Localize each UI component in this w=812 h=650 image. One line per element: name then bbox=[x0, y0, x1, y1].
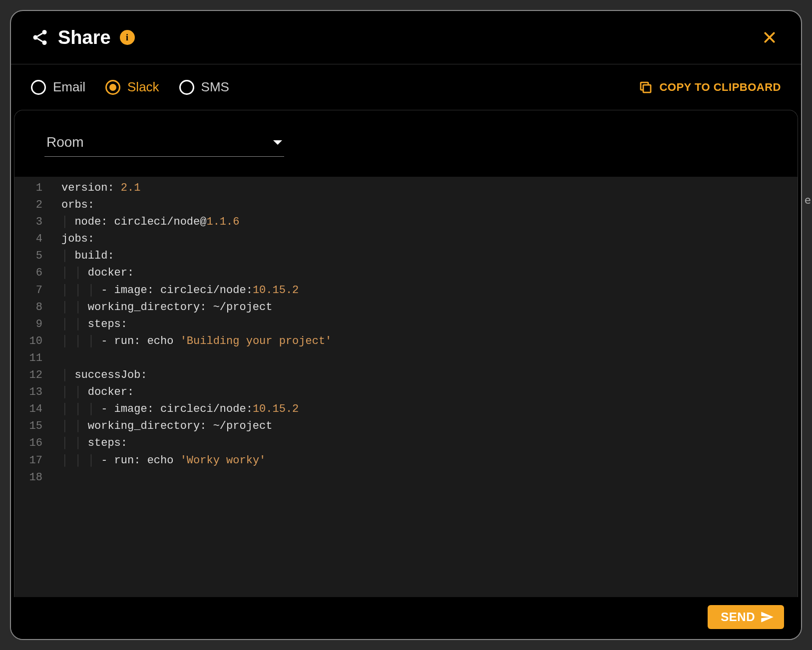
line-number: 1 bbox=[24, 180, 42, 197]
code-line: │ │ │ - image: circleci/node:10.15.2 bbox=[61, 282, 798, 299]
radio-icon bbox=[31, 80, 46, 95]
code-line: │ │ working_directory: ~/project bbox=[61, 299, 798, 316]
code-line: jobs: bbox=[61, 231, 798, 248]
svg-point-0 bbox=[42, 30, 47, 34]
code-line: version: 2.1 bbox=[61, 180, 798, 197]
code-line: │ │ │ - image: circleci/node:10.15.2 bbox=[61, 401, 798, 418]
line-number: 10 bbox=[24, 333, 42, 350]
share-method-row: EmailSlackSMS COPY TO CLIPBOARD bbox=[11, 64, 801, 110]
title-group: Share i bbox=[31, 27, 135, 48]
code-line: │ │ │ - run: echo 'Building your project… bbox=[61, 333, 798, 350]
line-number: 11 bbox=[24, 350, 42, 367]
content-panel: Room 123456789101112131415161718 version… bbox=[14, 110, 798, 597]
line-number-gutter: 123456789101112131415161718 bbox=[14, 177, 49, 597]
svg-rect-3 bbox=[643, 85, 651, 92]
line-number: 9 bbox=[24, 316, 42, 333]
line-number: 14 bbox=[24, 401, 42, 418]
line-number: 15 bbox=[24, 418, 42, 435]
code-line: │ node: circleci/node@1.1.6 bbox=[61, 214, 798, 231]
line-number: 3 bbox=[24, 214, 42, 231]
line-number: 6 bbox=[24, 265, 42, 282]
radio-slack[interactable]: Slack bbox=[105, 79, 159, 95]
code-line: │ successJob: bbox=[61, 367, 798, 384]
send-button[interactable]: SEND bbox=[708, 605, 784, 629]
code-line: │ │ │ - run: echo 'Worky worky' bbox=[61, 452, 798, 469]
room-select-wrapper: Room bbox=[14, 110, 798, 162]
dialog-title: Share bbox=[58, 27, 111, 48]
send-icon bbox=[760, 610, 774, 624]
code-line: │ │ working_directory: ~/project bbox=[61, 418, 798, 435]
line-number: 18 bbox=[24, 469, 42, 486]
code-area[interactable]: version: 2.1orbs:│ node: circleci/node@1… bbox=[49, 177, 798, 597]
line-number: 13 bbox=[24, 384, 42, 401]
svg-point-1 bbox=[33, 35, 38, 40]
radio-sms[interactable]: SMS bbox=[179, 79, 229, 95]
code-line bbox=[61, 469, 798, 486]
radio-label: SMS bbox=[201, 79, 229, 95]
close-icon bbox=[762, 30, 777, 45]
copy-to-clipboard-button[interactable]: COPY TO CLIPBOARD bbox=[638, 80, 781, 95]
share-dialog: Share i EmailSlackSMS COPY TO CLIPBOARD bbox=[10, 10, 802, 640]
line-number: 2 bbox=[24, 197, 42, 214]
code-line: orbs: bbox=[61, 197, 798, 214]
share-method-radios: EmailSlackSMS bbox=[31, 79, 229, 95]
radio-icon bbox=[179, 80, 194, 95]
radio-label: Slack bbox=[127, 79, 159, 95]
svg-point-2 bbox=[42, 40, 47, 45]
room-select[interactable]: Room bbox=[44, 130, 284, 157]
line-number: 17 bbox=[24, 452, 42, 469]
close-button[interactable] bbox=[758, 26, 781, 49]
send-label: SEND bbox=[721, 610, 755, 624]
copy-label: COPY TO CLIPBOARD bbox=[659, 81, 781, 94]
code-editor[interactable]: 123456789101112131415161718 version: 2.1… bbox=[14, 177, 798, 597]
line-number: 16 bbox=[24, 435, 42, 452]
line-number: 5 bbox=[24, 248, 42, 265]
code-line: │ │ docker: bbox=[61, 265, 798, 282]
radio-label: Email bbox=[53, 79, 85, 95]
chevron-down-icon bbox=[273, 140, 282, 145]
radio-email[interactable]: Email bbox=[31, 79, 85, 95]
code-line: │ │ steps: bbox=[61, 316, 798, 333]
dialog-header: Share i bbox=[11, 11, 801, 64]
share-icon bbox=[31, 28, 49, 46]
line-number: 7 bbox=[24, 282, 42, 299]
line-number: 8 bbox=[24, 299, 42, 316]
line-number: 4 bbox=[24, 231, 42, 248]
code-line bbox=[61, 350, 798, 367]
radio-icon bbox=[105, 80, 120, 95]
code-line: │ │ steps: bbox=[61, 435, 798, 452]
info-icon[interactable]: i bbox=[120, 30, 135, 45]
stray-char: e bbox=[805, 194, 811, 206]
code-line: │ │ docker: bbox=[61, 384, 798, 401]
dialog-footer: SEND bbox=[11, 597, 801, 639]
room-select-label: Room bbox=[46, 134, 84, 150]
copy-icon bbox=[638, 80, 653, 95]
line-number: 12 bbox=[24, 367, 42, 384]
code-line: │ build: bbox=[61, 248, 798, 265]
